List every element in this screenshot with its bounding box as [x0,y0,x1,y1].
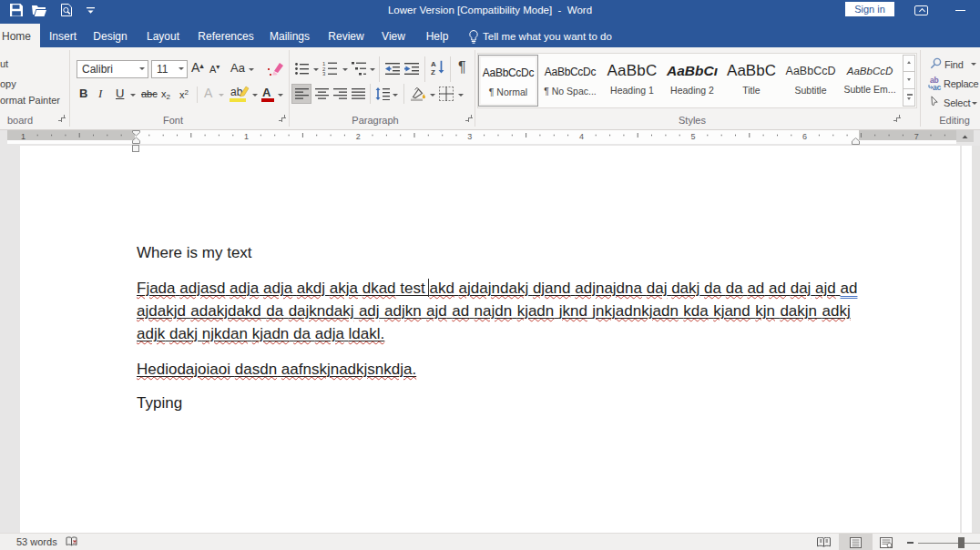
svg-text:2: 2 [356,132,361,141]
svg-text:4: 4 [579,132,584,141]
svg-text:6: 6 [802,132,807,141]
svg-text:A: A [431,60,436,68]
svg-text:Z: Z [431,68,435,76]
svg-text:7: 7 [914,132,919,141]
svg-text:3: 3 [322,71,326,76]
svg-text:3: 3 [467,132,472,141]
svg-text:1: 1 [21,132,26,141]
svg-text:1: 1 [244,132,249,141]
svg-text:5: 5 [690,132,695,141]
